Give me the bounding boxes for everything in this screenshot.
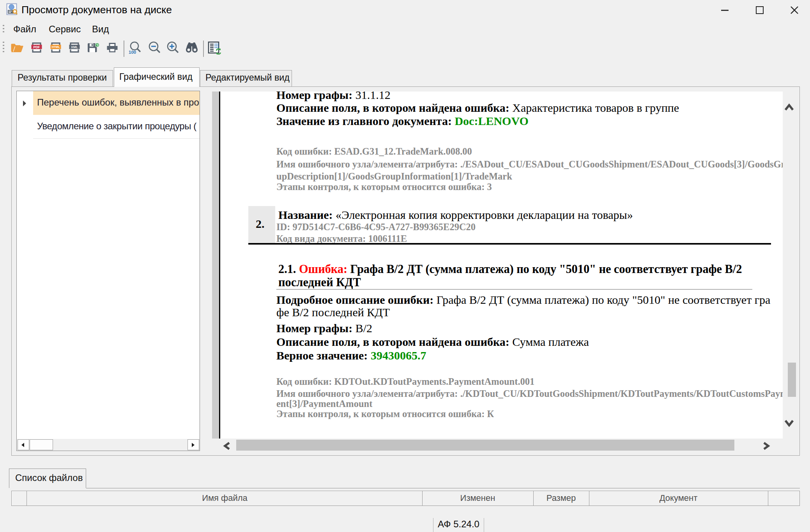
svg-text:HTML: HTML bbox=[51, 45, 60, 49]
svg-text:PDF: PDF bbox=[34, 45, 40, 49]
svg-text:XML: XML bbox=[71, 45, 78, 49]
svg-text:100: 100 bbox=[129, 50, 136, 55]
